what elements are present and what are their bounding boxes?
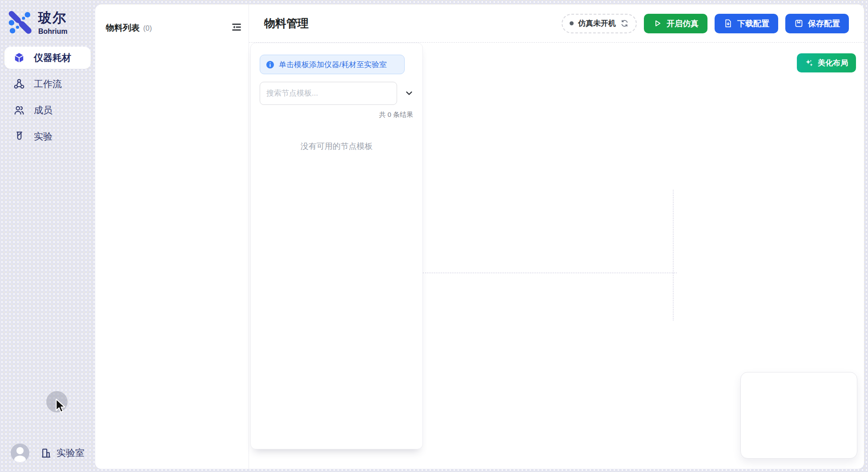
canvas-guide-horizontal [423,272,677,273]
minimap-card[interactable] [740,372,857,459]
collapse-panel-icon[interactable] [231,21,242,33]
sidebar-footer: 实验室 [0,444,95,463]
sparkles-icon [805,59,814,68]
workspace-label: 实验室 [56,447,84,459]
main-header: 物料管理 仿真未开机 开启仿真 [249,4,864,43]
brand-name: 玻尔 [38,9,68,27]
sidebar-nav: 仪器耗材 工作流 成员 [0,47,95,152]
sidebar-item-instruments[interactable]: 仪器耗材 [4,47,91,69]
members-icon [13,104,25,116]
sidebar-item-label: 成员 [34,104,52,116]
save-config-label: 保存配置 [808,18,840,29]
header-actions: 仿真未开机 开启仿真 下载配置 [562,14,849,33]
sidebar-item-label: 仪器耗材 [34,52,71,64]
chevron-down-icon[interactable] [405,89,414,98]
template-search-input[interactable] [260,82,397,105]
template-result-count: 共 0 条结果 [260,111,413,119]
building-icon [40,447,52,459]
simulation-status-pill[interactable]: 仿真未开机 [562,14,637,33]
start-simulation-label: 开启仿真 [667,18,699,29]
refresh-icon[interactable] [620,19,629,28]
sidebar-item-members[interactable]: 成员 [4,99,91,121]
info-icon [266,60,274,69]
workflow-icon [13,78,25,90]
bohrium-logo-icon [8,10,32,35]
material-list-panel: 物料列表 (0) [95,4,249,469]
download-config-button[interactable]: 下载配置 [715,14,778,33]
beautify-layout-button[interactable]: 美化布局 [797,53,856,72]
simulation-status-label: 仿真未开机 [578,18,616,28]
status-dot-icon [570,21,574,25]
page-title: 物料管理 [264,16,309,31]
material-list-count: (0) [143,24,152,32]
play-icon [653,19,662,28]
sidebar-item-workflow[interactable]: 工作流 [4,73,91,95]
start-simulation-button[interactable]: 开启仿真 [644,14,707,33]
avatar[interactable] [11,444,29,462]
brand-text: 玻尔 Bohrium [38,9,68,36]
brand-logo[interactable]: 玻尔 Bohrium [8,9,68,36]
simulation-canvas[interactable]: 单击模板添加仪器/耗材至实验室 共 0 条结果 没有可用的节点模板 美化布 [249,43,864,469]
content-sheet: 物料列表 (0) 物料管理 仿真未开机 [95,4,864,469]
experiment-icon [13,131,25,142]
file-download-icon [723,19,733,28]
template-hint-banner: 单击模板添加仪器/耗材至实验室 [260,55,405,74]
download-config-label: 下载配置 [737,18,769,29]
sidebar-item-label: 工作流 [34,78,62,90]
save-config-button[interactable]: 保存配置 [785,14,849,33]
avatar-placeholder-icon [11,444,29,462]
template-search-row [260,82,414,105]
template-panel: 单击模板添加仪器/耗材至实验室 共 0 条结果 没有可用的节点模板 [250,43,423,449]
save-icon [794,19,804,28]
app-root: { "brand": { "name": "玻尔", "subtitle": "… [0,0,868,472]
material-list-title: 物料列表 [106,22,140,34]
beautify-layout-label: 美化布局 [818,58,848,68]
template-empty-message: 没有可用的节点模板 [260,141,414,152]
sidebar-item-label: 实验 [34,130,52,143]
material-list-header: 物料列表 (0) [95,4,249,43]
brand-subtitle: Bohrium [38,28,68,36]
template-hint-text: 单击模板添加仪器/耗材至实验室 [279,60,387,70]
sidebar-item-experiment[interactable]: 实验 [4,125,91,148]
cube-icon [13,52,25,64]
workspace-switcher[interactable]: 实验室 [40,447,84,459]
canvas-guide-vertical [673,190,674,320]
sidebar: 玻尔 Bohrium 仪器耗材 工作流 [0,0,95,472]
main-area: 物料管理 仿真未开机 开启仿真 [249,4,864,469]
